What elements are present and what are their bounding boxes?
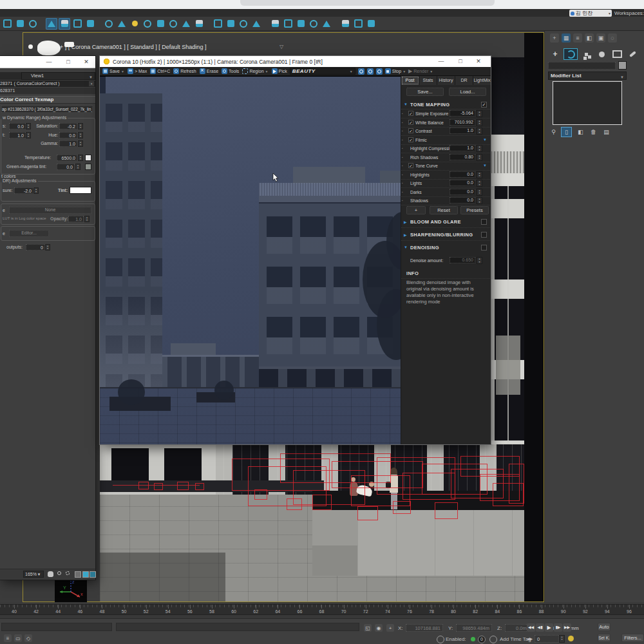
param-value-field[interactable]: 0.0 (450, 171, 475, 178)
pick-button[interactable]: Pick (272, 68, 287, 74)
expander-icon[interactable]: ▪ (402, 138, 403, 142)
tab-modify[interactable] (564, 49, 577, 59)
param-checkbox[interactable]: ✓ (408, 128, 413, 133)
ctrl-c-button[interactable]: Ctrl+C (150, 68, 170, 74)
zoom-in-icon[interactable] (358, 68, 365, 75)
spinner[interactable]: ▴▾ (477, 119, 482, 126)
vfb-title-bar[interactable]: Corona 10 (Hotfix 2) | 1000×1250px (1:1)… (100, 56, 491, 67)
unlink-selection-icon[interactable] (14, 18, 26, 30)
corona-color-picker-icon[interactable] (225, 18, 236, 30)
expand-arrow-icon[interactable]: ▶ (404, 220, 407, 224)
expander-icon[interactable]: ▪ (402, 190, 403, 194)
region-button[interactable]: Region▼ (242, 68, 268, 74)
tint-color-swatch[interactable] (85, 164, 91, 170)
spinner[interactable]: ▴▾ (477, 145, 482, 152)
sharpening-blurring-section[interactable]: ▶ SHARPENING/BLURRING (401, 231, 491, 241)
corona-interactive-render-icon[interactable] (295, 18, 307, 30)
add-panel-icon[interactable]: + (550, 33, 559, 43)
corona-material-icon[interactable] (238, 18, 249, 30)
user-account-dropdown[interactable]: 김 민찬 ▾ (569, 10, 612, 17)
select-and-link-icon[interactable] (1, 18, 13, 30)
tonemap-add-button[interactable]: + (406, 206, 426, 214)
temperature-field[interactable]: 6500.0 (57, 155, 77, 161)
rollout-header[interactable]: Color Correct Texmap (0, 96, 95, 104)
tonemap-param-highlights[interactable]: ▪Highlights0.0▴▾ (401, 171, 491, 180)
lut-none-button[interactable]: None (9, 207, 91, 214)
stop-button[interactable]: Stop ▼ (385, 68, 406, 74)
outputs-field[interactable]: 0 (26, 244, 45, 251)
expand-arrow-icon[interactable]: ▶ (404, 232, 407, 237)
param-value-field[interactable]: 1.0 (450, 128, 475, 134)
bloom-and-glare-section[interactable]: ▶ BLOOM AND GLARE (401, 218, 491, 228)
tab-motion[interactable] (595, 49, 608, 59)
next-frame-button[interactable]: ▮▶ (554, 623, 562, 632)
expander-icon[interactable]: ▪ (402, 111, 403, 115)
viewer-option-icon[interactable] (90, 571, 96, 578)
tonemap-param-shadows[interactable]: ▪Shadows0.0▴▾ (401, 196, 491, 205)
view-selector-dropdown[interactable]: View1 ▼ (21, 72, 95, 80)
param-value-field[interactable]: 0.80 (450, 154, 475, 160)
spinner[interactable]: ▴▾ (84, 216, 90, 222)
spinner[interactable]: ▴▾ (477, 180, 482, 187)
minimize-button[interactable]: — (436, 57, 446, 65)
spinner[interactable]: ▴▾ (78, 132, 83, 138)
corona-lightmix-icon[interactable] (251, 18, 262, 30)
object-color-swatch[interactable] (618, 61, 627, 70)
expander-icon[interactable]: ▪ (402, 181, 403, 185)
collapse-arrow-icon[interactable]: ▼ (404, 102, 408, 106)
rectangular-selection-region-icon[interactable] (71, 18, 83, 30)
corona-eye-icon[interactable] (308, 18, 319, 30)
panel-grid-icon[interactable]: ▦ (562, 33, 571, 43)
filters-button[interactable]: Filters... (621, 634, 644, 642)
tonemap-param-lights[interactable]: ▪Lights0.0▴▾ (401, 179, 491, 188)
hdr-tint-swatch[interactable] (70, 187, 91, 194)
spinner[interactable]: ▴▾ (477, 110, 482, 117)
expander-icon[interactable]: ▪ (402, 164, 403, 167)
viewer-option-icon[interactable] (82, 571, 89, 578)
exposure-field[interactable]: -2.0 (14, 187, 33, 194)
zoom-fit-icon[interactable] (376, 68, 383, 75)
spinner[interactable]: ▴▾ (33, 187, 39, 194)
corona-camera-tools-icon[interactable] (116, 18, 128, 30)
expander-icon[interactable]: ▪ (402, 198, 403, 202)
render-element-dropdown[interactable]: BEAUTY ▼ (290, 68, 355, 75)
collapse-arrow-icon[interactable]: ▼ (483, 164, 487, 167)
viewport-filter-icon[interactable]: ▽ (279, 44, 283, 50)
pin-stack-icon[interactable]: ⚲ (549, 128, 558, 137)
show-end-result-icon[interactable]: ▯ (562, 128, 571, 137)
opacity-field[interactable]: 1.0 (68, 216, 84, 222)
forest-tools-icon[interactable] (339, 18, 351, 30)
tools-button[interactable]: Tools (222, 68, 239, 74)
temperature-color-swatch[interactable] (85, 155, 91, 161)
zoom-magnifier-icon[interactable] (57, 571, 61, 575)
vfb-tab-stats[interactable]: Stats (419, 76, 437, 85)
param-value-field[interactable]: 0.0 (450, 197, 475, 204)
make-unique-icon[interactable]: ◧ (576, 128, 585, 137)
spinner[interactable]: ▴▾ (78, 155, 83, 161)
spinner[interactable]: ▴▾ (477, 189, 482, 196)
param-checkbox[interactable]: ✓ (408, 111, 413, 116)
gamma-field[interactable]: 1.0 (59, 140, 77, 147)
go-to-end-button[interactable]: ▶▶ (563, 623, 571, 632)
absolute-mode-toggle-icon[interactable]: + (386, 624, 394, 632)
dialog-title-bar[interactable]: — □ ✕ (0, 56, 95, 68)
texmap-button[interactable]: ap #2138628370 ( 3f0a33cf_Sunset_022_7k_… (1, 106, 93, 113)
selection-lock-toggle-icon[interactable]: ◉ (375, 624, 383, 632)
save-button[interactable]: Save▼ (102, 68, 124, 74)
render-button[interactable]: ▶ Render ▼ (408, 68, 433, 74)
tonemap-presets-button[interactable]: Presets (460, 206, 489, 214)
spinner[interactable]: ▴▾ (477, 154, 482, 161)
bind-to-space-warp-icon[interactable] (27, 18, 39, 30)
modifier-list-dropdown[interactable]: Modifier List ▼ (548, 71, 627, 80)
time-tag-clock-icon[interactable] (489, 636, 497, 643)
spinner[interactable]: ▴▾ (26, 132, 31, 138)
expander-icon[interactable]: ▪ (402, 155, 403, 159)
brightness-field[interactable]: 0.0 (9, 123, 26, 129)
key-filter-icon[interactable] (568, 636, 574, 641)
curve-editor-button[interactable]: Editor... (9, 230, 49, 237)
panel-gear-icon[interactable]: ◌ (608, 33, 617, 43)
material-navigation-sub[interactable]: 628371 (0, 88, 95, 94)
green-magenta-tint-field[interactable]: 0.0 (57, 164, 75, 170)
tonemap-param-simple-exposure[interactable]: ▪✓Simple Exposure-5.064▴▾ (401, 109, 491, 118)
set-key-button[interactable]: Set K. (598, 634, 611, 642)
